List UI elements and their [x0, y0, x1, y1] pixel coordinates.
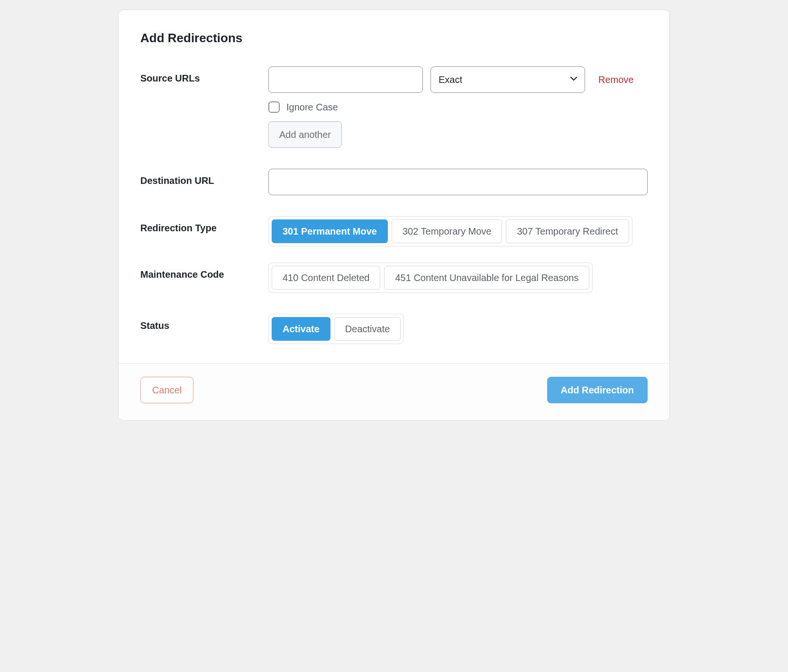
add-redirection-panel: Add Redirections Source URLs Exact Remov… [118, 9, 670, 421]
cancel-button[interactable]: Cancel [140, 377, 193, 403]
source-url-input[interactable] [268, 66, 423, 93]
status-group: Activate Deactivate [268, 314, 404, 344]
maintenance-451-button[interactable]: 451 Content Unavailable for Legal Reason… [384, 266, 589, 290]
col-status: Activate Deactivate [268, 314, 648, 344]
row-redirection-type: Redirection Type 301 Permanent Move 302 … [140, 216, 648, 246]
maintenance-code-group: 410 Content Deleted 451 Content Unavaila… [268, 263, 593, 293]
col-destination-url [268, 169, 648, 195]
label-redirection-type: Redirection Type [140, 216, 268, 234]
panel-footer: Cancel Add Redirection [119, 363, 669, 420]
label-maintenance-code: Maintenance Code [140, 263, 268, 280]
ignore-case-row: Ignore Case [268, 101, 648, 113]
remove-source-button[interactable]: Remove [598, 74, 633, 85]
status-activate-button[interactable]: Activate [272, 317, 330, 341]
col-maintenance-code: 410 Content Deleted 451 Content Unavaila… [268, 263, 648, 293]
col-source-urls: Exact Remove Ignore Case Add another [268, 66, 648, 148]
add-redirection-button[interactable]: Add Redirection [547, 377, 648, 403]
label-source-urls: Source URLs [140, 66, 268, 84]
redirection-type-group: 301 Permanent Move 302 Temporary Move 30… [268, 216, 632, 246]
status-deactivate-button[interactable]: Deactivate [334, 317, 401, 341]
ignore-case-label[interactable]: Ignore Case [286, 102, 338, 113]
maintenance-410-button[interactable]: 410 Content Deleted [272, 266, 380, 290]
match-type-select[interactable]: Exact [431, 66, 585, 93]
type-302-button[interactable]: 302 Temporary Move [392, 219, 503, 243]
label-destination-url: Destination URL [140, 169, 268, 186]
panel-body: Add Redirections Source URLs Exact Remov… [119, 10, 669, 363]
ignore-case-checkbox[interactable] [268, 101, 280, 113]
destination-url-input[interactable] [268, 169, 648, 195]
type-307-button[interactable]: 307 Temporary Redirect [506, 219, 629, 243]
add-another-button[interactable]: Add another [268, 121, 342, 148]
row-source-urls: Source URLs Exact Remove [140, 66, 648, 148]
label-status: Status [140, 314, 268, 331]
row-maintenance-code: Maintenance Code 410 Content Deleted 451… [140, 263, 648, 293]
row-status: Status Activate Deactivate [140, 314, 648, 344]
source-url-row: Exact Remove [268, 66, 648, 93]
panel-title: Add Redirections [140, 31, 648, 45]
row-destination-url: Destination URL [140, 169, 648, 195]
match-type-wrap: Exact [431, 66, 585, 93]
type-301-button[interactable]: 301 Permanent Move [272, 219, 388, 243]
col-redirection-type: 301 Permanent Move 302 Temporary Move 30… [268, 216, 648, 246]
